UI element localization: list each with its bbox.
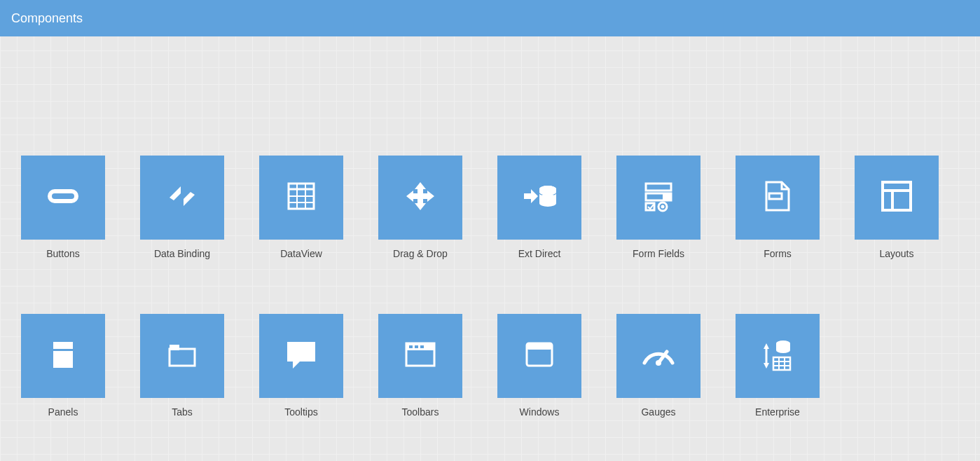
svg-rect-25 (663, 193, 671, 200)
svg-point-45 (656, 360, 661, 366)
tile-box (736, 156, 820, 240)
tile-gauges[interactable]: Gauges (616, 314, 701, 418)
tabs-icon (160, 332, 205, 380)
tile-label: Panels (48, 406, 78, 418)
tile-box (21, 156, 105, 240)
tile-label: Data Binding (154, 248, 210, 259)
svg-rect-39 (409, 345, 413, 348)
tile-drag-drop[interactable]: Drag & Drop (378, 156, 462, 259)
tile-box (21, 314, 105, 398)
tile-form-fields[interactable]: Form Fields (616, 156, 701, 259)
tile-label: DataView (280, 248, 322, 259)
tile-buttons[interactable]: Buttons (21, 156, 105, 259)
tile-box (497, 156, 581, 240)
tile-box (736, 314, 820, 398)
tile-label: Toolbars (402, 406, 439, 418)
forms-icon (755, 174, 800, 221)
tile-panels[interactable]: Panels (21, 314, 105, 418)
toolbars-icon (398, 332, 443, 380)
dataview-icon (279, 174, 324, 221)
tile-grid-container: Buttons Data Binding (0, 36, 980, 439)
tile-forms[interactable]: Forms (736, 156, 820, 259)
svg-rect-43 (527, 343, 552, 350)
page-title: Components (11, 11, 83, 26)
tile-layouts[interactable]: Layouts (855, 156, 939, 259)
tile-ext-direct[interactable]: Ext Direct (497, 156, 581, 259)
tile-box (140, 156, 224, 240)
svg-rect-1 (52, 193, 74, 199)
tile-label: Gauges (641, 406, 675, 418)
tile-label: Layouts (879, 248, 913, 259)
page-header: Components (0, 0, 980, 36)
svg-marker-16 (524, 189, 538, 203)
tile-label: Form Fields (633, 248, 684, 259)
form-fields-icon (636, 174, 681, 221)
tile-toolbars[interactable]: Toolbars (378, 314, 462, 418)
tile-tooltips[interactable]: Tooltips (259, 314, 343, 418)
tile-box (497, 314, 581, 398)
layouts-icon (874, 174, 919, 221)
ext-direct-icon (517, 174, 562, 221)
tile-tabs[interactable]: Tabs (140, 314, 224, 418)
tile-label: Tooltips (284, 406, 317, 418)
svg-point-28 (661, 205, 665, 209)
svg-rect-52 (773, 357, 790, 370)
gauges-icon (636, 332, 681, 380)
svg-marker-51 (764, 363, 769, 369)
drag-drop-icon (398, 174, 443, 221)
tile-enterprise[interactable]: Enterprise (736, 314, 820, 418)
tile-label: Tabs (172, 406, 193, 418)
enterprise-icon (755, 332, 800, 380)
svg-marker-3 (184, 192, 195, 206)
svg-rect-35 (170, 349, 195, 366)
tile-label: Windows (520, 406, 560, 418)
svg-rect-34 (53, 351, 73, 368)
data-binding-icon (160, 174, 205, 221)
tile-data-binding[interactable]: Data Binding (140, 156, 224, 259)
svg-rect-23 (646, 184, 671, 191)
svg-marker-2 (170, 186, 181, 200)
tile-dataview[interactable]: DataView (259, 156, 343, 259)
tile-box (259, 314, 343, 398)
svg-rect-30 (883, 182, 911, 210)
svg-rect-29 (769, 193, 782, 199)
button-icon (41, 174, 85, 221)
tooltips-icon (279, 332, 324, 380)
tile-windows[interactable]: Windows (497, 314, 581, 418)
tile-box (140, 314, 224, 398)
tile-label: Ext Direct (518, 248, 561, 259)
tile-box (616, 314, 701, 398)
tile-label: Drag & Drop (393, 248, 448, 259)
svg-marker-50 (764, 343, 769, 349)
tile-box (259, 156, 343, 240)
tile-label: Forms (764, 248, 792, 259)
tile-box (616, 156, 701, 240)
svg-rect-33 (53, 342, 73, 349)
svg-rect-15 (412, 193, 429, 199)
tile-box (378, 314, 462, 398)
tile-label: Enterprise (755, 406, 800, 418)
svg-rect-40 (415, 345, 418, 348)
windows-icon (517, 332, 562, 380)
panels-icon (41, 332, 85, 380)
tile-box (855, 156, 939, 240)
tile-label: Buttons (46, 248, 79, 259)
tile-grid: Buttons Data Binding (21, 156, 959, 418)
tile-box (378, 156, 462, 240)
svg-rect-41 (420, 345, 424, 348)
svg-rect-36 (170, 345, 179, 350)
